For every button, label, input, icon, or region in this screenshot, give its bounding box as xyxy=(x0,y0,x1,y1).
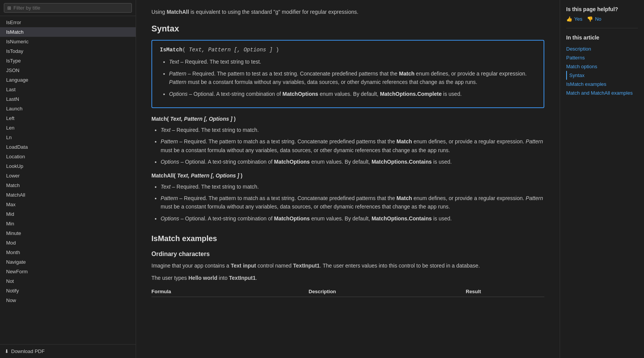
ismatch-param-options: Options – Optional. A text-string combin… xyxy=(169,90,536,98)
filter-icon: ⊞ xyxy=(7,5,11,11)
col-header-result: Result xyxy=(466,289,544,294)
toc-item-match-options[interactable]: Match options xyxy=(566,62,638,71)
sidebar: ⊞ IsErrorIsMatchIsNumericIsTodayIsTypeJS… xyxy=(0,0,136,358)
toc-item-syntax[interactable]: Syntax xyxy=(566,71,638,80)
sidebar-item-matchall[interactable]: MatchAll xyxy=(0,190,136,200)
matchall-param-options: Options – Optional. A text-string combin… xyxy=(161,214,544,223)
sidebar-item-newform[interactable]: NewForm xyxy=(0,267,136,276)
filter-input[interactable] xyxy=(13,5,128,11)
match-param-pattern: Pattern – Required. The pattern to match… xyxy=(161,137,544,154)
sidebar-item-launch[interactable]: Launch xyxy=(0,104,136,113)
toc-title: In this article xyxy=(566,34,638,41)
sidebar-item-max[interactable]: Max xyxy=(0,200,136,209)
thumbs-up-icon: 👍 xyxy=(566,16,572,22)
sidebar-item-ln[interactable]: Ln xyxy=(0,133,136,142)
sidebar-item-now[interactable]: Now xyxy=(0,296,136,305)
ismatch-param-pattern: Pattern – Required. The pattern to test … xyxy=(169,69,536,87)
sidebar-item-match[interactable]: Match xyxy=(0,181,136,190)
download-label: Download PDF xyxy=(11,348,44,354)
right-panel: Is this page helpful? 👍 Yes 👎 No In this… xyxy=(560,0,644,358)
toc-item-patterns[interactable]: Patterns xyxy=(566,53,638,62)
sidebar-item-location[interactable]: Location xyxy=(0,152,136,161)
matchall-syntax-block: MatchAll( Text, Pattern [, Options ] ) T… xyxy=(151,172,544,223)
toc-item-description[interactable]: Description xyxy=(566,44,638,53)
sidebar-item-min[interactable]: Min xyxy=(0,219,136,228)
sidebar-item-language[interactable]: Language xyxy=(0,75,136,85)
thumbs-down-icon: 👎 xyxy=(587,16,593,22)
sidebar-item-lastn[interactable]: LastN xyxy=(0,94,136,104)
sidebar-item-isnumeric[interactable]: IsNumeric xyxy=(0,37,136,46)
sidebar-item-loaddata[interactable]: LoadData xyxy=(0,142,136,152)
helpful-title: Is this page helpful? xyxy=(566,6,638,12)
ismatch-param-list: Text – Required. The text string to test… xyxy=(160,57,536,98)
yes-button[interactable]: 👍 Yes xyxy=(566,16,582,22)
toc-item-match-and-matchall-examples[interactable]: Match and MatchAll examples xyxy=(566,89,638,97)
sidebar-item-ismatch[interactable]: IsMatch xyxy=(0,27,136,37)
sidebar-item-istype[interactable]: IsType xyxy=(0,56,136,66)
sidebar-filter-area: ⊞ xyxy=(0,0,136,16)
yes-label: Yes xyxy=(574,16,582,22)
sidebar-item-last[interactable]: Last xyxy=(0,85,136,94)
matchall-param-pattern: Pattern – Required. The pattern to match… xyxy=(161,194,544,211)
sidebar-item-mid[interactable]: Mid xyxy=(0,209,136,219)
matchall-signature: MatchAll( Text, Pattern [, Options ] ) xyxy=(151,172,544,179)
ismatch-examples-heading: IsMatch examples xyxy=(151,234,544,243)
toc-items: DescriptionPatternsMatch optionsSyntaxIs… xyxy=(566,44,638,97)
sidebar-item-minute[interactable]: Minute xyxy=(0,228,136,238)
sidebar-item-json[interactable]: JSON xyxy=(0,66,136,75)
matchall-param-list: Text – Required. The text string to matc… xyxy=(151,182,544,223)
syntax-heading: Syntax xyxy=(151,24,544,34)
sidebar-item-left[interactable]: Left xyxy=(0,113,136,123)
intro-text: Using MatchAll is equivalent to using th… xyxy=(151,8,544,16)
ismatch-syntax-box: IsMatch( Text, Pattern [, Options ] ) Te… xyxy=(151,40,544,108)
toc-section: In this article DescriptionPatternsMatch… xyxy=(566,34,638,97)
sidebar-item-not[interactable]: Not xyxy=(0,276,136,286)
match-param-list: Text – Required. The text string to matc… xyxy=(151,126,544,166)
col-header-description: Description xyxy=(309,289,466,294)
sidebar-item-lookup[interactable]: LookUp xyxy=(0,161,136,171)
sidebar-list: IsErrorIsMatchIsNumericIsTodayIsTypeJSON… xyxy=(0,16,136,344)
examples-table-header: Formula Description Result xyxy=(151,286,544,297)
col-header-formula: Formula xyxy=(151,289,309,294)
sidebar-item-istoday[interactable]: IsToday xyxy=(0,46,136,56)
ordinary-chars-heading: Ordinary characters xyxy=(151,251,544,258)
download-icon: ⬇ xyxy=(5,348,9,354)
sidebar-item-month[interactable]: Month xyxy=(0,248,136,257)
ordinary-chars-text2: The user types Hello world into TextInpu… xyxy=(151,274,544,282)
toc-item-ismatch-examples[interactable]: IsMatch examples xyxy=(566,80,638,89)
match-param-text: Text – Required. The text string to matc… xyxy=(161,126,544,134)
sidebar-item-notify[interactable]: Notify xyxy=(0,286,136,296)
ismatch-signature: IsMatch( Text, Pattern [, Options ] ) xyxy=(160,47,536,53)
match-param-options: Options – Optional. A text-string combin… xyxy=(161,158,544,166)
sidebar-item-mod[interactable]: Mod xyxy=(0,238,136,248)
ismatch-param-text: Text – Required. The text string to test… xyxy=(169,57,536,66)
sidebar-item-iserror[interactable]: IsError xyxy=(0,18,136,27)
main-content: Using MatchAll is equivalent to using th… xyxy=(136,0,560,358)
download-pdf-button[interactable]: ⬇ Download PDF xyxy=(0,344,136,358)
sidebar-item-len[interactable]: Len xyxy=(0,123,136,133)
helpful-buttons: 👍 Yes 👎 No xyxy=(566,16,638,22)
filter-input-wrapper[interactable]: ⊞ xyxy=(4,3,132,13)
ordinary-chars-text1: Imagine that your app contains a Text in… xyxy=(151,261,544,270)
sidebar-item-navigate[interactable]: Navigate xyxy=(0,257,136,267)
no-label: No xyxy=(595,16,601,22)
sidebar-item-lower[interactable]: Lower xyxy=(0,171,136,181)
no-button[interactable]: 👎 No xyxy=(587,16,601,22)
match-syntax-block: Match( Text, Pattern [, Options ] ) Text… xyxy=(151,116,544,166)
helpful-section: Is this page helpful? 👍 Yes 👎 No xyxy=(566,6,638,28)
matchall-param-text: Text – Required. The text string to matc… xyxy=(161,182,544,191)
match-signature: Match( Text, Pattern [, Options ] ) xyxy=(151,116,544,122)
